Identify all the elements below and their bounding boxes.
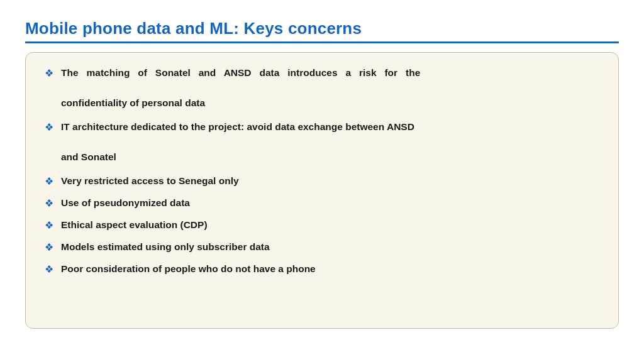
bullet-text-3: Very restricted access to Senegal only [61,173,239,189]
bullet-text-2: IT architecture dedicated to the project… [61,119,414,165]
bullet-text-1: The matching of Sonatel and ANSD data in… [61,65,420,111]
diamond-icon-1: ❖ [45,66,53,81]
diamond-icon-6: ❖ [45,240,53,255]
diamond-icon-2: ❖ [45,120,53,135]
bullet-item-1: ❖ The matching of Sonatel and ANSD data … [45,65,593,111]
bullet-item-3: ❖ Very restricted access to Senegal only [45,173,593,189]
bullet-item-2: ❖ IT architecture dedicated to the proje… [45,119,593,165]
bullet-item-5: ❖ Ethical aspect evaluation (CDP) [45,217,593,233]
bullet-text-5: Ethical aspect evaluation (CDP) [61,217,208,233]
bullet-text-4: Use of pseudonymized data [61,195,190,211]
slide-title: Mobile phone data and ML: Keys concerns [25,19,619,38]
slide: Mobile phone data and ML: Keys concerns … [0,0,644,362]
diamond-icon-5: ❖ [45,218,53,233]
title-underline [25,41,619,43]
title-bar: Mobile phone data and ML: Keys concerns [25,19,619,43]
diamond-icon-4: ❖ [45,196,53,211]
content-box: ❖ The matching of Sonatel and ANSD data … [25,52,619,329]
bullet-list: ❖ The matching of Sonatel and ANSD data … [45,65,593,277]
bullet-text-7: Poor consideration of people who do not … [61,261,316,277]
bullet-item-6: ❖ Models estimated using only subscriber… [45,239,593,255]
diamond-icon-3: ❖ [45,174,53,189]
bullet-item-7: ❖ Poor consideration of people who do no… [45,261,593,277]
diamond-icon-7: ❖ [45,262,53,277]
bullet-item-4: ❖ Use of pseudonymized data [45,195,593,211]
bullet-text-6: Models estimated using only subscriber d… [61,239,270,255]
